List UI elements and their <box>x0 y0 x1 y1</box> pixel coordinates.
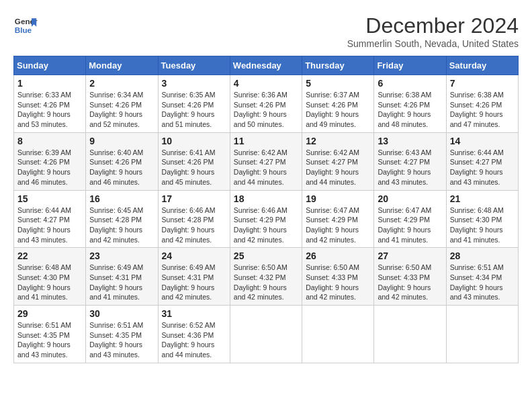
calendar-day-cell: 28Sunrise: 6:51 AMSunset: 4:34 PMDayligh… <box>446 248 518 306</box>
day-info: Sunrise: 6:48 AMSunset: 4:30 PMDaylight:… <box>450 205 515 245</box>
day-number: 16 <box>89 193 154 204</box>
calendar-day-cell: 30Sunrise: 6:51 AMSunset: 4:35 PMDayligh… <box>86 306 158 363</box>
day-info: Sunrise: 6:36 AMSunset: 4:26 PMDaylight:… <box>234 90 298 130</box>
month-title: December 2024 <box>347 13 519 38</box>
calendar-day-cell: 3Sunrise: 6:35 AMSunset: 4:26 PMDaylight… <box>158 75 230 133</box>
day-number: 8 <box>17 136 82 146</box>
day-number: 26 <box>306 250 370 261</box>
day-number: 31 <box>162 308 226 319</box>
calendar-table: SundayMondayTuesdayWednesdayThursdayFrid… <box>13 56 519 363</box>
calendar-week-row: 8Sunrise: 6:39 AMSunset: 4:26 PMDaylight… <box>14 132 519 190</box>
day-number: 10 <box>162 136 226 146</box>
day-number: 22 <box>17 250 82 261</box>
day-info: Sunrise: 6:50 AMSunset: 4:33 PMDaylight:… <box>378 263 442 302</box>
calendar-week-row: 15Sunrise: 6:44 AMSunset: 4:27 PMDayligh… <box>14 190 519 248</box>
day-number: 23 <box>89 250 154 261</box>
day-info: Sunrise: 6:51 AMSunset: 4:35 PMDaylight:… <box>17 320 82 360</box>
weekday-header: Wednesday <box>230 56 302 75</box>
calendar-day-cell: 7Sunrise: 6:38 AMSunset: 4:26 PMDaylight… <box>446 75 518 133</box>
day-info: Sunrise: 6:49 AMSunset: 4:31 PMDaylight:… <box>89 263 154 302</box>
weekday-header: Sunday <box>14 56 86 75</box>
calendar-day-cell: 15Sunrise: 6:44 AMSunset: 4:27 PMDayligh… <box>14 190 86 248</box>
day-info: Sunrise: 6:38 AMSunset: 4:26 PMDaylight:… <box>378 90 442 130</box>
calendar-day-cell: 31Sunrise: 6:52 AMSunset: 4:36 PMDayligh… <box>158 306 230 363</box>
day-number: 19 <box>306 193 370 204</box>
calendar-day-cell: 26Sunrise: 6:50 AMSunset: 4:33 PMDayligh… <box>302 248 374 306</box>
logo: General Blue <box>13 13 38 38</box>
day-info: Sunrise: 6:33 AMSunset: 4:26 PMDaylight:… <box>17 90 82 130</box>
location-subtitle: Summerlin South, Nevada, United States <box>347 38 519 49</box>
calendar-day-cell: 1Sunrise: 6:33 AMSunset: 4:26 PMDaylight… <box>14 75 86 133</box>
day-info: Sunrise: 6:35 AMSunset: 4:26 PMDaylight:… <box>162 90 226 130</box>
day-number: 25 <box>234 250 298 261</box>
calendar-day-cell: 9Sunrise: 6:40 AMSunset: 4:26 PMDaylight… <box>86 132 158 190</box>
calendar-day-cell: 12Sunrise: 6:42 AMSunset: 4:27 PMDayligh… <box>302 132 374 190</box>
calendar-week-row: 29Sunrise: 6:51 AMSunset: 4:35 PMDayligh… <box>14 306 519 363</box>
day-number: 17 <box>162 193 226 204</box>
day-info: Sunrise: 6:48 AMSunset: 4:30 PMDaylight:… <box>17 263 82 302</box>
calendar-day-cell: 21Sunrise: 6:48 AMSunset: 4:30 PMDayligh… <box>446 190 518 248</box>
calendar-day-cell: 13Sunrise: 6:43 AMSunset: 4:27 PMDayligh… <box>374 132 446 190</box>
calendar-day-cell: 16Sunrise: 6:45 AMSunset: 4:28 PMDayligh… <box>86 190 158 248</box>
day-info: Sunrise: 6:46 AMSunset: 4:29 PMDaylight:… <box>234 205 298 245</box>
day-number: 4 <box>234 78 298 89</box>
day-info: Sunrise: 6:51 AMSunset: 4:35 PMDaylight:… <box>89 320 154 360</box>
day-info: Sunrise: 6:42 AMSunset: 4:27 PMDaylight:… <box>306 148 370 187</box>
calendar-day-cell <box>374 306 446 363</box>
calendar-day-cell: 25Sunrise: 6:50 AMSunset: 4:32 PMDayligh… <box>230 248 302 306</box>
weekday-header: Tuesday <box>158 56 230 75</box>
day-number: 29 <box>17 308 82 319</box>
calendar-day-cell: 10Sunrise: 6:41 AMSunset: 4:26 PMDayligh… <box>158 132 230 190</box>
day-info: Sunrise: 6:42 AMSunset: 4:27 PMDaylight:… <box>234 148 298 187</box>
day-number: 5 <box>306 78 370 89</box>
calendar-week-row: 1Sunrise: 6:33 AMSunset: 4:26 PMDaylight… <box>14 75 519 133</box>
calendar-day-cell: 17Sunrise: 6:46 AMSunset: 4:28 PMDayligh… <box>158 190 230 248</box>
calendar-header-row: SundayMondayTuesdayWednesdayThursdayFrid… <box>14 56 519 75</box>
day-number: 28 <box>450 250 515 261</box>
calendar-week-row: 22Sunrise: 6:48 AMSunset: 4:30 PMDayligh… <box>14 248 519 306</box>
day-number: 21 <box>450 193 515 204</box>
calendar-day-cell: 20Sunrise: 6:47 AMSunset: 4:29 PMDayligh… <box>374 190 446 248</box>
day-number: 30 <box>89 308 154 319</box>
day-number: 3 <box>162 78 226 89</box>
calendar-day-cell: 5Sunrise: 6:37 AMSunset: 4:26 PMDaylight… <box>302 75 374 133</box>
day-number: 24 <box>162 250 226 261</box>
day-info: Sunrise: 6:49 AMSunset: 4:31 PMDaylight:… <box>162 263 226 302</box>
calendar-day-cell <box>230 306 302 363</box>
day-info: Sunrise: 6:51 AMSunset: 4:34 PMDaylight:… <box>450 263 515 302</box>
calendar-day-cell <box>302 306 374 363</box>
calendar-day-cell: 22Sunrise: 6:48 AMSunset: 4:30 PMDayligh… <box>14 248 86 306</box>
day-info: Sunrise: 6:50 AMSunset: 4:32 PMDaylight:… <box>234 263 298 302</box>
calendar-day-cell: 14Sunrise: 6:44 AMSunset: 4:27 PMDayligh… <box>446 132 518 190</box>
calendar-day-cell <box>446 306 518 363</box>
day-number: 13 <box>378 136 442 146</box>
title-block: December 2024 Summerlin South, Nevada, U… <box>347 13 519 49</box>
weekday-header: Thursday <box>302 56 374 75</box>
day-info: Sunrise: 6:47 AMSunset: 4:29 PMDaylight:… <box>378 205 442 245</box>
day-number: 27 <box>378 250 442 261</box>
day-info: Sunrise: 6:50 AMSunset: 4:33 PMDaylight:… <box>306 263 370 302</box>
calendar-day-cell: 19Sunrise: 6:47 AMSunset: 4:29 PMDayligh… <box>302 190 374 248</box>
logo-icon: General Blue <box>13 13 38 38</box>
day-number: 20 <box>378 193 442 204</box>
day-info: Sunrise: 6:44 AMSunset: 4:27 PMDaylight:… <box>450 148 515 187</box>
page-header: General Blue December 2024 Summerlin Sou… <box>13 13 519 49</box>
calendar-day-cell: 6Sunrise: 6:38 AMSunset: 4:26 PMDaylight… <box>374 75 446 133</box>
day-number: 14 <box>450 136 515 146</box>
day-info: Sunrise: 6:40 AMSunset: 4:26 PMDaylight:… <box>89 148 154 187</box>
calendar-day-cell: 4Sunrise: 6:36 AMSunset: 4:26 PMDaylight… <box>230 75 302 133</box>
day-number: 1 <box>17 78 82 89</box>
day-info: Sunrise: 6:46 AMSunset: 4:28 PMDaylight:… <box>162 205 226 245</box>
day-number: 15 <box>17 193 82 204</box>
day-number: 6 <box>378 78 442 89</box>
day-number: 9 <box>89 136 154 146</box>
day-info: Sunrise: 6:47 AMSunset: 4:29 PMDaylight:… <box>306 205 370 245</box>
calendar-day-cell: 24Sunrise: 6:49 AMSunset: 4:31 PMDayligh… <box>158 248 230 306</box>
day-info: Sunrise: 6:44 AMSunset: 4:27 PMDaylight:… <box>17 205 82 245</box>
day-info: Sunrise: 6:38 AMSunset: 4:26 PMDaylight:… <box>450 90 515 130</box>
calendar-day-cell: 8Sunrise: 6:39 AMSunset: 4:26 PMDaylight… <box>14 132 86 190</box>
calendar-day-cell: 11Sunrise: 6:42 AMSunset: 4:27 PMDayligh… <box>230 132 302 190</box>
weekday-header: Friday <box>374 56 446 75</box>
calendar-day-cell: 27Sunrise: 6:50 AMSunset: 4:33 PMDayligh… <box>374 248 446 306</box>
day-info: Sunrise: 6:52 AMSunset: 4:36 PMDaylight:… <box>162 320 226 360</box>
